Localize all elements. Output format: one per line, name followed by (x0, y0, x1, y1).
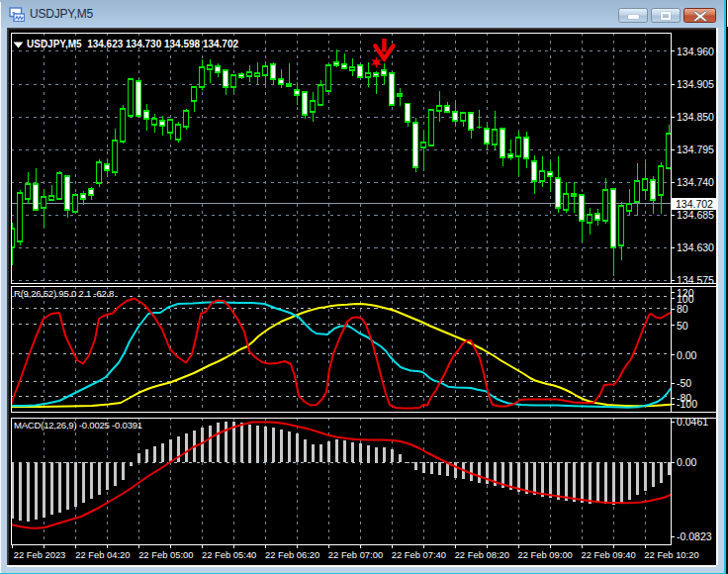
svg-text:22 Feb 10:20: 22 Feb 10:20 (644, 549, 698, 560)
svg-text:134.630: 134.630 (677, 241, 714, 253)
svg-text:134.702: 134.702 (676, 198, 713, 210)
svg-text:134.685: 134.685 (677, 209, 714, 221)
svg-text:-100: -100 (677, 398, 697, 410)
svg-text:USDJPY,M5 134.623 134.730 134: USDJPY,M5 134.623 134.730 134.598 134.70… (27, 39, 238, 49)
svg-text:0.0461: 0.0461 (677, 416, 708, 428)
svg-text:22 Feb 09:00: 22 Feb 09:00 (518, 549, 573, 560)
svg-text:22 Feb 2023: 22 Feb 2023 (14, 549, 66, 560)
svg-text:134.850: 134.850 (677, 111, 714, 123)
svg-text:-0.0823: -0.0823 (677, 530, 712, 542)
svg-text:22 Feb 04:20: 22 Feb 04:20 (75, 549, 130, 560)
svg-text:MACD(12,26,9) -0.0025 -0.0391: MACD(12,26,9) -0.0025 -0.0391 (14, 420, 142, 430)
svg-text:134.740: 134.740 (677, 176, 714, 188)
svg-text:22 Feb 08:20: 22 Feb 08:20 (455, 549, 509, 560)
svg-text:22 Feb 09:40: 22 Feb 09:40 (581, 549, 635, 560)
svg-text:50: 50 (677, 320, 688, 332)
svg-text:22 Feb 05:40: 22 Feb 05:40 (202, 549, 256, 560)
svg-text:134.960: 134.960 (677, 46, 714, 57)
svg-text:0.00: 0.00 (677, 349, 697, 361)
svg-text:134.905: 134.905 (677, 78, 714, 90)
svg-text:R(9,26,52) 95.0 2.1 -62.8: R(9,26,52) 95.0 2.1 -62.8 (14, 288, 114, 299)
svg-text:22 Feb 07:00: 22 Feb 07:00 (328, 549, 383, 560)
svg-text:-50: -50 (677, 377, 691, 389)
svg-text:22 Feb 07:40: 22 Feb 07:40 (392, 549, 446, 560)
svg-text:22 Feb 05:00: 22 Feb 05:00 (138, 549, 193, 560)
svg-text:134.575: 134.575 (677, 274, 714, 286)
svg-text:80: 80 (677, 303, 688, 315)
svg-text:0.00: 0.00 (677, 456, 697, 468)
svg-text:134.795: 134.795 (677, 144, 714, 155)
svg-text:22 Feb 06:20: 22 Feb 06:20 (265, 549, 319, 560)
